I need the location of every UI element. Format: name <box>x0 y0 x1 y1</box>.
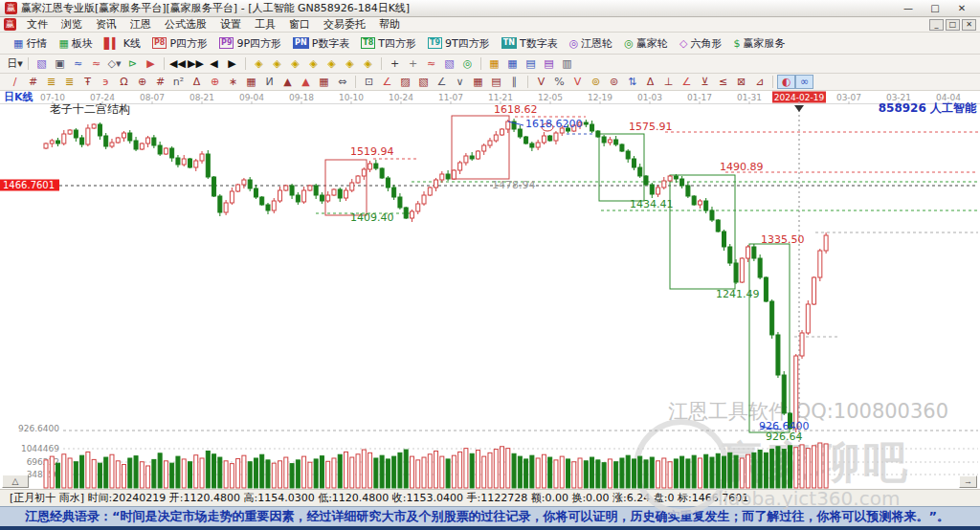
tool-icon-bottom-0-3[interactable]: ≣ <box>60 75 78 89</box>
main-toolbar-button-11[interactable]: ◇六角形 <box>674 34 727 53</box>
main-toolbar-button-2[interactable]: ▋▍K线 <box>99 34 146 53</box>
tool-icon-top-4-0[interactable]: + <box>386 56 404 71</box>
tool-icon-top-4-3[interactable]: ▧ <box>440 56 458 71</box>
tool-icon-bottom-2-6[interactable]: Δ <box>641 75 659 89</box>
tool-icon-top-1-3[interactable]: ≈ <box>87 56 105 71</box>
main-toolbar-button-12[interactable]: $赢家服务 <box>727 34 791 53</box>
tool-icon-top-2-3[interactable]: ▶ <box>223 56 241 71</box>
tool-icon-bottom-2-11[interactable]: ⊠ <box>732 75 750 89</box>
tool-icon-top-2-0[interactable]: ◀◀ <box>168 56 187 71</box>
main-toolbar-button-4[interactable]: P99P四方形 <box>213 34 287 53</box>
menu-item-9[interactable]: 帮助 <box>372 17 407 32</box>
main-toolbar-button-6[interactable]: T8T四方形 <box>355 34 422 53</box>
tool-icon-top-1-2[interactable]: ≈ <box>69 56 87 71</box>
main-toolbar-button-8[interactable]: TNT数字表 <box>496 34 564 53</box>
scroll-right-button[interactable]: → <box>959 475 977 488</box>
tool-icon-bottom-1-2[interactable]: ▨ <box>396 75 414 89</box>
tool-icon-top-3-5[interactable]: ◈ <box>341 56 359 71</box>
tool-icon-bottom-0-11[interactable]: ⊕ <box>206 75 224 89</box>
main-toolbar-button-5[interactable]: PNP数字表 <box>287 34 355 53</box>
tool-icon-bottom-1-6[interactable]: ▦ <box>469 75 487 89</box>
tool-icon-bottom-2-10[interactable]: ≤ <box>714 75 732 89</box>
minimize-button[interactable]: — <box>895 1 922 16</box>
menu-item-7[interactable]: 窗口 <box>282 17 317 32</box>
tool-icon-bottom-1-4[interactable]: ∠ <box>433 75 451 89</box>
tool-icon-bottom-1-1[interactable]: ∠ <box>378 75 396 89</box>
menu-item-3[interactable]: 江恩 <box>123 17 158 32</box>
tool-icon-top-1-5[interactable]: ⊳ <box>123 56 142 71</box>
tool-icon-bottom-3-0[interactable]: ◐ <box>777 75 795 89</box>
tool-icon-top-5-1[interactable]: ▦ <box>503 56 522 71</box>
tool-icon-bottom-0-7[interactable]: ⊕ <box>133 75 151 89</box>
tool-icon-top-5-2[interactable]: ▤ <box>522 56 540 71</box>
main-toolbar-button-0[interactable]: ▦行情 <box>8 34 53 53</box>
menu-item-1[interactable]: 浏览 <box>55 17 89 32</box>
tool-icon-bottom-2-8[interactable]: ∠ <box>678 75 696 89</box>
tool-icon-bottom-1-0[interactable]: ⊡ <box>360 75 378 89</box>
tool-icon-bottom-0-14[interactable]: И <box>260 75 278 89</box>
tool-icon-top-2-1[interactable]: ▶▶ <box>187 56 205 71</box>
tool-icon-bottom-0-8[interactable]: # <box>151 75 169 89</box>
tool-icon-top-4-4[interactable]: ◎ <box>458 56 477 71</box>
tool-icon-bottom-0-1[interactable]: # <box>24 75 42 89</box>
tool-icon-top-1-4[interactable]: ◇▾ <box>105 56 123 71</box>
tool-icon-bottom-0-6[interactable]: Ω <box>115 75 133 89</box>
tool-icon-bottom-0-9[interactable]: n² <box>169 75 188 89</box>
tool-icon-bottom-0-16[interactable]: ▲ <box>297 75 315 89</box>
tool-icon-top-1-6[interactable]: ▶ <box>142 56 160 71</box>
tool-icon-bottom-2-2[interactable]: V <box>568 75 587 89</box>
tool-icon-bottom-0-15[interactable]: ▲ <box>278 75 297 89</box>
main-toolbar-button-1[interactable]: ▦板块 <box>53 34 98 53</box>
mdi-restore-button[interactable]: □ <box>946 19 960 31</box>
menu-item-6[interactable]: 工具 <box>248 17 282 32</box>
tool-icon-bottom-2-12[interactable]: ⊿ <box>750 75 768 89</box>
tool-icon-bottom-2-1[interactable]: % <box>550 75 568 89</box>
tool-icon-top-4-1[interactable]: + <box>404 56 422 71</box>
tool-icon-top-3-6[interactable]: ◈ <box>359 56 377 71</box>
main-toolbar-button-3[interactable]: P8P四方形 <box>146 34 213 53</box>
tool-icon-top-3-0[interactable]: ◈ <box>250 56 268 71</box>
menu-item-5[interactable]: 设置 <box>213 17 248 32</box>
tool-icon-top-3-4[interactable]: ◈ <box>323 56 341 71</box>
tool-icon-bottom-2-5[interactable]: ⇅ <box>623 75 641 89</box>
tool-icon-top-1-1[interactable]: ▣ <box>51 56 69 71</box>
tool-icon-bottom-1-3[interactable]: ▧ <box>414 75 433 89</box>
tool-icon-top-2-2[interactable]: ◀ <box>205 56 223 71</box>
tool-icon-bottom-0-12[interactable]: ∗ <box>224 75 242 89</box>
tool-icon-top-5-3[interactable]: ▤ <box>540 56 558 71</box>
tool-icon-bottom-1-5[interactable]: ∨ <box>451 75 469 89</box>
tool-icon-bottom-2-4[interactable]: ⊚ <box>605 75 623 89</box>
menu-item-2[interactable]: 资讯 <box>89 17 123 32</box>
tool-icon-top-0-0[interactable]: 日▾ <box>6 56 24 71</box>
tool-icon-bottom-0-10[interactable]: Δ <box>188 75 206 89</box>
tool-icon-bottom-0-13[interactable]: ▦ <box>242 75 260 89</box>
maximize-button[interactable]: □ <box>922 1 948 16</box>
tool-icon-bottom-0-18[interactable]: ⇔ <box>333 75 351 89</box>
tool-icon-top-4-2[interactable]: ≈ <box>422 56 440 71</box>
menu-item-8[interactable]: 交易委托 <box>317 17 372 32</box>
menu-item-4[interactable]: 公式选股 <box>158 17 213 32</box>
main-toolbar-button-10[interactable]: ◎赢家轮 <box>618 34 674 53</box>
tool-icon-bottom-2-9[interactable]: ⊻ <box>696 75 714 89</box>
tool-icon-bottom-0-2[interactable]: ≣ <box>42 75 60 89</box>
tool-icon-bottom-0-0[interactable]: ∕ <box>6 75 24 89</box>
tool-icon-top-3-3[interactable]: ◈ <box>304 56 323 71</box>
tool-icon-top-3-2[interactable]: ◈ <box>286 56 304 71</box>
tool-icon-bottom-0-17[interactable]: ▦ <box>315 75 333 89</box>
main-toolbar-button-7[interactable]: T99T四方形 <box>422 34 496 53</box>
kline-chart-canvas[interactable] <box>0 91 980 489</box>
tool-icon-bottom-0-4[interactable]: Ŧ <box>78 75 97 89</box>
tool-icon-top-1-0[interactable]: ▧ <box>33 56 51 71</box>
tool-icon-bottom-1-7[interactable]: ▤ <box>487 75 505 89</box>
menu-item-0[interactable]: 文件 <box>20 17 55 32</box>
volume-pane-toggle-button[interactable]: △ <box>2 475 29 488</box>
tool-icon-bottom-2-7[interactable]: ⊥ <box>659 75 678 89</box>
tool-icon-bottom-1-8[interactable]: ∥ <box>505 75 523 89</box>
mdi-close-button[interactable]: ✕ <box>962 19 976 31</box>
tool-icon-bottom-3-1[interactable]: ∞ <box>795 75 813 89</box>
tool-icon-top-5-0[interactable]: ▦ <box>485 56 503 71</box>
tool-icon-top-5-4[interactable]: ▥ <box>558 56 576 71</box>
tool-icon-bottom-0-5[interactable]: ϶ <box>97 75 115 89</box>
tool-icon-bottom-2-0[interactable]: V <box>532 75 550 89</box>
close-button[interactable]: ✕ <box>948 1 975 16</box>
